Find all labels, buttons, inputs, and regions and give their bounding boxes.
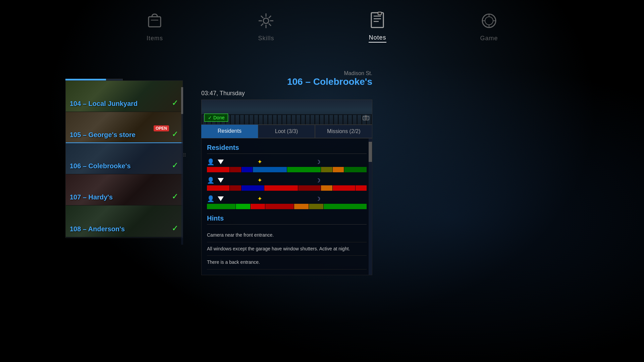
location-name: 104 – Local Junkyard [70,100,138,108]
svg-line-7 [261,16,263,18]
items-icon [146,12,163,32]
camera-icon [363,115,369,122]
sun-icon: ✦ [257,177,262,184]
resident-row: 👤 ✦ ☽ [207,176,367,191]
svg-rect-15 [378,12,381,15]
schedule-bar-1 [207,167,367,172]
moon-icon: ☽ [316,196,320,202]
location-name: 106 – Colebrooke's [70,162,131,170]
svg-point-2 [263,18,269,23]
location-check: ✓ [172,224,178,233]
left-scroll-thumb[interactable] [181,87,183,114]
tab-missions[interactable]: Missions (2/2) [315,125,372,138]
detail-content: Residents 👤 ✦ ☽ 👤 [201,138,372,275]
resident-row: 👤 ✦ ☽ [207,195,367,209]
notes-label: Notes [369,34,386,43]
svg-line-8 [269,23,271,26]
person-icon: 👤 [207,195,214,202]
time-display: 03:47, Thursday [201,90,372,97]
nav-item-skills[interactable]: Skills [257,12,275,42]
resident-icons: 👤 ✦ ☽ [207,176,367,184]
svg-point-28 [365,117,367,119]
sun-icon: ✦ [257,158,262,166]
detail-scroll-thumb[interactable] [369,142,372,162]
hints-title: Hints [207,215,367,225]
detail-location-name: 106 – Colebrooke's [201,76,372,87]
open-sign: OPEN [154,125,169,131]
detail-street: Madison St. [201,70,372,76]
detail-header: Madison St. 106 – Colebrooke's [201,70,372,87]
hints-section: Hints Camera near the front entrance. Al… [207,215,367,269]
list-item[interactable]: OPEN 105 – George's store ✓ [66,112,182,143]
game-icon [480,12,498,32]
residents-title: Residents [207,144,367,154]
building-image: ✓ Done [201,100,372,125]
location-name: 108 – Anderson's [70,225,125,233]
notes-icon [369,11,386,32]
drag-handle[interactable]: ⠿ [183,153,186,158]
resident-row: 👤 ✦ ☽ [207,158,367,172]
svg-line-10 [261,23,263,26]
game-label: Game [480,35,498,42]
moon-icon: ☽ [316,177,320,184]
resident-icons: 👤 ✦ ☽ [207,195,367,203]
hint-item: Camera near the front entrance. [207,229,367,242]
resident-icons: 👤 ✦ ☽ [207,158,367,166]
list-item[interactable]: 106 – Colebrooke's ✓ [66,143,182,174]
left-scrollbar[interactable] [181,87,183,245]
hint-item: All windows except the garage have windo… [207,242,367,256]
hint-item: There is a back entrance. [207,256,367,269]
skills-icon [257,12,275,32]
moon-icon: ☽ [316,159,320,165]
tab-loot[interactable]: Loot (3/3) [258,125,315,138]
location-check: ✓ [172,192,178,201]
location-check: ✓ [172,98,178,108]
schedule-bar-2 [207,185,367,191]
nav-item-game[interactable]: Game [480,12,498,42]
sun-icon: ✦ [257,195,262,202]
list-item[interactable]: 104 – Local Junkyard ✓ [66,81,182,112]
list-item[interactable]: 108 – Anderson's ✓ [66,205,182,237]
location-check: ✓ [172,161,178,170]
detail-panel: Madison St. 106 – Colebrooke's 03:47, Th… [201,70,372,275]
detail-tabs: Residents Loot (3/3) Missions (2/2) [201,125,372,138]
location-name: 105 – George's store [70,131,136,139]
location-name: 107 – Hardy's [70,193,113,201]
done-badge: ✓ Done [204,114,228,122]
person-icon: 👤 [207,177,214,184]
schedule-bar-3 [207,204,367,209]
location-list: 104 – Local Junkyard ✓ OPEN 105 – George… [65,80,183,238]
nav-item-items[interactable]: Items [146,12,163,42]
nav-item-notes[interactable]: Notes [369,11,386,43]
svg-line-9 [269,16,271,18]
list-item[interactable]: 107 – Hardy's ✓ [66,174,182,205]
tab-residents[interactable]: Residents [201,125,258,138]
top-nav: Items Skills [0,0,644,54]
person-icon: 👤 [207,158,214,166]
svg-rect-11 [371,13,383,27]
items-label: Items [147,35,163,42]
detail-scrollbar[interactable] [369,138,372,275]
skills-label: Skills [258,35,274,42]
svg-point-17 [485,17,493,25]
location-check: ✓ [172,129,178,139]
svg-rect-0 [149,17,161,27]
